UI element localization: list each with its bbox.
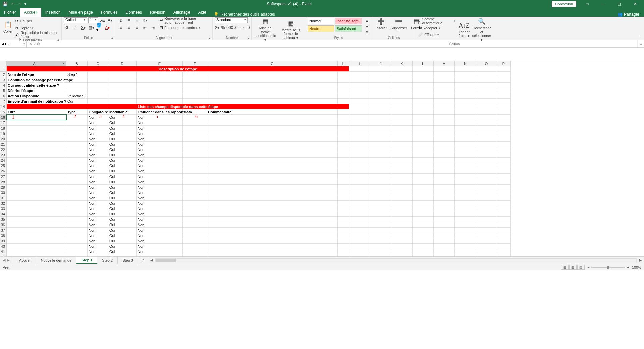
scroll-left-button[interactable]: ◀: [149, 258, 154, 262]
cell-P26[interactable]: [497, 168, 511, 174]
cell-M2[interactable]: [434, 72, 455, 77]
cell-I2[interactable]: [349, 72, 370, 77]
col-header-E[interactable]: E: [137, 61, 183, 66]
cell-O34[interactable]: [476, 211, 497, 217]
cell-B30[interactable]: [66, 190, 88, 195]
cell-E31[interactable]: Non: [137, 195, 183, 201]
cell-D36[interactable]: Oui: [108, 222, 137, 228]
cell-K36[interactable]: [391, 222, 413, 228]
cell-B39[interactable]: [66, 238, 88, 244]
cell-G19[interactable]: [207, 131, 338, 136]
cell-F30[interactable]: [183, 190, 207, 195]
cell-I24[interactable]: [349, 158, 370, 163]
cell-A34[interactable]: [7, 211, 66, 217]
cell-L20[interactable]: [413, 136, 434, 142]
cell-N7[interactable]: [455, 99, 476, 104]
cell-N39[interactable]: [455, 238, 476, 244]
cell-E5[interactable]: [137, 88, 183, 93]
cell-K33[interactable]: [391, 206, 413, 211]
cell-A28[interactable]: [7, 179, 66, 185]
cell-M17[interactable]: [434, 120, 455, 126]
cell-E7[interactable]: [137, 99, 183, 104]
cell-C38[interactable]: Non: [88, 233, 108, 238]
align-center-button[interactable]: ≡: [125, 24, 132, 31]
cell-G20[interactable]: [207, 136, 338, 142]
cell-C30[interactable]: Non: [88, 190, 108, 195]
cell-O18[interactable]: [476, 126, 497, 131]
row-header-14[interactable]: 14: [0, 104, 7, 109]
name-box[interactable]: A16: [0, 40, 27, 47]
align-top-button[interactable]: ↥: [117, 17, 124, 23]
cell-C36[interactable]: Non: [88, 222, 108, 228]
cell-N30[interactable]: [455, 190, 476, 195]
cell-L37[interactable]: [413, 228, 434, 233]
cell-I38[interactable]: [349, 233, 370, 238]
cell-C40[interactable]: Non: [88, 244, 108, 249]
cell-D23[interactable]: Oui: [108, 152, 137, 158]
cell-A19[interactable]: [7, 131, 66, 136]
cell-C20[interactable]: Non: [88, 136, 108, 142]
cell-N20[interactable]: [455, 136, 476, 142]
cell-N18[interactable]: [455, 126, 476, 131]
cell-G15[interactable]: Commentaire: [207, 109, 338, 115]
cell-G5[interactable]: [207, 88, 338, 93]
cell-C42[interactable]: Non: [88, 254, 108, 256]
cell-C4[interactable]: [88, 83, 108, 88]
cell-A18[interactable]: [7, 126, 66, 131]
row-header-42[interactable]: 42: [0, 254, 7, 256]
cell-E3[interactable]: [137, 77, 183, 83]
row-header-22[interactable]: 22: [0, 147, 7, 152]
cell-L35[interactable]: [413, 217, 434, 222]
cell-D2[interactable]: [108, 72, 137, 77]
cell-M40[interactable]: [434, 244, 455, 249]
cell-I32[interactable]: [349, 201, 370, 206]
wrap-text-button[interactable]: ↩Renvoyer à la ligne automatiquement: [160, 17, 210, 23]
cell-C34[interactable]: Non: [88, 211, 108, 217]
row-header-31[interactable]: 31: [0, 195, 7, 201]
row-header-18[interactable]: 18: [0, 126, 7, 131]
cell-O31[interactable]: [476, 195, 497, 201]
cell[interactable]: [413, 66, 434, 72]
cell-J6[interactable]: [370, 93, 391, 99]
cell-F3[interactable]: [183, 77, 207, 83]
cell-A35[interactable]: [7, 217, 66, 222]
cell[interactable]: [434, 66, 455, 72]
decrease-decimal-button[interactable]: ←.0: [243, 24, 249, 31]
tab-accueil[interactable]: Accueil: [20, 8, 41, 17]
cell-O5[interactable]: [476, 88, 497, 93]
sheet-tab-step-3[interactable]: Step 3: [118, 257, 138, 264]
cell-H27[interactable]: [338, 174, 349, 179]
cell-C21[interactable]: Non: [88, 142, 108, 147]
cell-H29[interactable]: [338, 185, 349, 190]
cell-J17[interactable]: [370, 120, 391, 126]
number-format-select[interactable]: Standard: [215, 17, 248, 23]
cell-L41[interactable]: [413, 249, 434, 254]
cell-K22[interactable]: [391, 147, 413, 152]
cell-N27[interactable]: [455, 174, 476, 179]
cell-P3[interactable]: [497, 77, 511, 83]
cell-P31[interactable]: [497, 195, 511, 201]
styles-scroll-up-button[interactable]: ▴: [364, 17, 370, 23]
cell-D21[interactable]: Oui: [108, 142, 137, 147]
cell-F24[interactable]: [183, 158, 207, 163]
cell-K7[interactable]: [391, 99, 413, 104]
cell-F42[interactable]: [183, 254, 207, 256]
cell-K38[interactable]: [391, 233, 413, 238]
maximize-button[interactable]: ◻: [612, 0, 627, 8]
bold-button[interactable]: G: [64, 24, 70, 31]
cell-H6[interactable]: [338, 93, 349, 99]
cell-M6[interactable]: [434, 93, 455, 99]
cell-I3[interactable]: [349, 77, 370, 83]
cell-D26[interactable]: Oui: [108, 168, 137, 174]
cell-I23[interactable]: [349, 152, 370, 158]
cell-J7[interactable]: [370, 99, 391, 104]
cell-E37[interactable]: Non: [137, 228, 183, 233]
sheet-tab-nouvelle-demande[interactable]: Nouvelle demande: [36, 257, 77, 264]
cell-O21[interactable]: [476, 142, 497, 147]
cell-O33[interactable]: [476, 206, 497, 211]
styles-scroll-down-button[interactable]: ▾: [364, 23, 370, 30]
col-header-G[interactable]: G: [207, 61, 338, 66]
increase-decimal-button[interactable]: .0→: [234, 24, 241, 31]
cell-D17[interactable]: Oui: [108, 120, 137, 126]
cell-I7[interactable]: [349, 99, 370, 104]
